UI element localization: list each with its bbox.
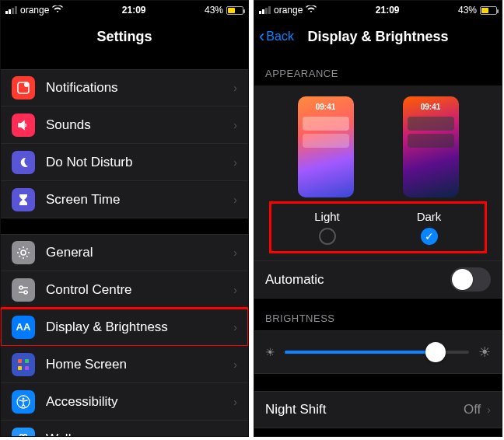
back-label: Back	[266, 30, 294, 44]
row-label: Automatic	[265, 272, 450, 288]
row-general[interactable]: General ›	[1, 234, 248, 271]
preview-time: 09:41	[298, 103, 354, 111]
wallpaper-icon	[12, 428, 35, 438]
row-label: General	[46, 245, 233, 260]
svg-point-2	[21, 250, 26, 255]
appearance-header: APPEARANCE	[254, 54, 502, 86]
chevron-right-icon: ›	[233, 194, 237, 206]
radio-checked-icon: ✓	[421, 228, 438, 245]
svg-rect-6	[25, 359, 29, 363]
choice-label: Dark	[398, 210, 460, 223]
row-value: Off	[464, 402, 481, 417]
display-brightness-screen: orange 21:09 43% ‹ Back Display & Bright…	[254, 0, 502, 437]
choice-dark[interactable]: Dark ✓	[398, 210, 460, 245]
battery-icon	[480, 6, 497, 15]
row-accessibility[interactable]: Accessibility ›	[1, 383, 248, 421]
nav-bar: ‹ Back Display & Brightness	[254, 19, 502, 54]
row-label: Sounds	[46, 117, 233, 133]
carrier-label: orange	[274, 5, 303, 16]
nightshift-group: Night Shift Off ›	[254, 391, 502, 428]
brightness-slider[interactable]	[285, 351, 469, 354]
row-label: Wallpaper	[46, 431, 233, 438]
status-bar: orange 21:09 43%	[254, 1, 502, 19]
notifications-icon	[12, 76, 35, 100]
row-label: Home Screen	[46, 357, 233, 372]
chevron-right-icon: ›	[233, 82, 237, 94]
battery-percent: 43%	[205, 5, 223, 16]
wifi-icon	[306, 5, 317, 16]
carrier-label: orange	[20, 5, 49, 16]
chevron-right-icon: ›	[233, 321, 237, 333]
gear-icon	[12, 241, 35, 264]
row-homescreen[interactable]: Home Screen ›	[1, 346, 248, 383]
wifi-icon	[52, 5, 63, 16]
status-time: 21:09	[317, 5, 458, 16]
grid-icon	[12, 353, 35, 376]
chevron-right-icon: ›	[233, 396, 237, 408]
row-label: Notifications	[46, 80, 233, 96]
row-display-brightness[interactable]: AA Display & Brightness ›	[1, 309, 248, 346]
row-nightshift[interactable]: Night Shift Off ›	[254, 391, 502, 428]
svg-point-12	[18, 437, 29, 438]
signal-icon	[259, 6, 271, 14]
status-time: 21:09	[63, 5, 205, 16]
row-controlcentre[interactable]: Control Centre ›	[1, 271, 248, 309]
row-dnd[interactable]: Do Not Disturb ›	[1, 144, 248, 181]
battery-percent: 43%	[458, 5, 477, 16]
chevron-left-icon: ‹	[259, 28, 264, 45]
radio-unchecked-icon	[319, 228, 336, 245]
svg-point-4	[24, 291, 27, 294]
sliders-icon	[12, 278, 35, 302]
row-label: Control Centre	[46, 282, 233, 298]
preview-dark[interactable]: 09:41	[403, 96, 459, 197]
accessibility-icon	[12, 390, 35, 414]
row-wallpaper[interactable]: Wallpaper ›	[1, 421, 248, 437]
row-label: Screen Time	[46, 192, 233, 208]
chevron-right-icon: ›	[233, 156, 237, 169]
choice-light[interactable]: Light	[296, 210, 359, 245]
chevron-right-icon: ›	[487, 403, 491, 416]
chevron-right-icon: ›	[233, 433, 237, 438]
signal-icon	[5, 6, 17, 14]
chevron-right-icon: ›	[233, 358, 237, 371]
row-sounds[interactable]: Sounds ›	[1, 107, 248, 144]
svg-rect-8	[25, 366, 29, 370]
status-bar: orange 21:09 43%	[1, 1, 248, 19]
row-label: Accessibility	[46, 394, 233, 410]
back-button[interactable]: ‹ Back	[259, 28, 294, 45]
preview-light[interactable]: 09:41	[298, 96, 354, 197]
chevron-right-icon: ›	[233, 284, 237, 296]
chevron-right-icon: ›	[233, 246, 237, 259]
text-size-icon: AA	[12, 316, 35, 339]
preview-time: 09:41	[403, 103, 459, 111]
battery-icon	[226, 6, 243, 15]
toggle-off-icon[interactable]	[450, 267, 491, 292]
row-label: Night Shift	[265, 402, 464, 417]
settings-screen: orange 21:09 43% Settings Notifications …	[0, 0, 249, 437]
svg-rect-5	[18, 359, 22, 363]
brightness-header: BRIGHTNESS	[254, 299, 502, 330]
svg-point-10	[23, 397, 25, 400]
row-notifications[interactable]: Notifications ›	[1, 69, 248, 107]
svg-point-3	[19, 286, 23, 289]
row-screentime[interactable]: Screen Time ›	[1, 181, 248, 218]
hourglass-icon	[12, 188, 35, 211]
row-label: Display & Brightness	[46, 320, 233, 335]
appearance-section: 09:41 09:41 Light Dark ✓	[254, 86, 502, 261]
row-label: Do Not Disturb	[46, 155, 233, 170]
page-title: Display & Brightness	[307, 29, 448, 45]
brightness-slider-row: ☀︎ ☀︎	[254, 330, 502, 374]
row-automatic[interactable]: Automatic	[254, 261, 502, 299]
page-title: Settings	[96, 29, 152, 45]
sun-small-icon: ☀︎	[265, 346, 275, 358]
nav-bar: Settings	[1, 19, 248, 54]
svg-point-1	[24, 82, 29, 87]
appearance-choice: Light Dark ✓	[273, 205, 483, 250]
chevron-right-icon: ›	[233, 119, 237, 131]
sun-large-icon: ☀︎	[478, 344, 491, 361]
moon-icon	[12, 151, 35, 174]
speaker-icon	[12, 113, 35, 137]
settings-group-1: Notifications › Sounds › Do Not Disturb …	[1, 69, 248, 218]
svg-rect-7	[18, 366, 22, 370]
choice-label: Light	[296, 210, 359, 223]
